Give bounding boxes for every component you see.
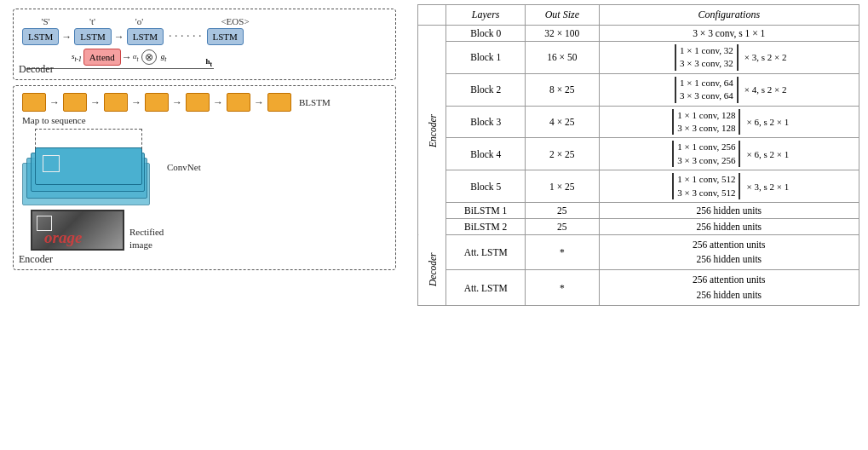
ht-row: ht (26, 68, 387, 69)
g-label-group: gt (161, 52, 167, 63)
ar4: → (172, 96, 182, 109)
h-label: ht (205, 57, 212, 68)
layer-bilstm1: BiLSTM 1 (446, 202, 526, 218)
config-att2-line2: 256 hidden units (605, 288, 854, 303)
blstm-r1 (22, 93, 46, 112)
ar2: → (90, 96, 101, 109)
decoder-section-label: Decoder (418, 234, 446, 305)
map-seq-label: Map to sequence (22, 115, 387, 125)
table-row: Block 4 2 × 25 1 × 1 conv, 256 3 × 3 con… (418, 138, 859, 170)
config-bilstm1: 256 hidden units (599, 202, 859, 218)
table-row: Block 5 1 × 25 1 × 1 conv, 512 3 × 3 con… (418, 170, 859, 203)
config-line-5a: 1 × 1 conv, 512 (677, 173, 735, 186)
config-att2-line1: 256 attention units (605, 273, 854, 287)
rectified-image-box: orage (31, 210, 124, 251)
blstm-r3 (104, 93, 128, 112)
layer-attlstm2: Att. LSTM (446, 270, 526, 306)
config-block2: 1 × 1 conv, 64 3 × 3 conv, 64 × 4, s 2 ×… (599, 73, 859, 106)
th-layers: Layers (446, 5, 526, 26)
lstm-box-1: LSTM (22, 28, 59, 45)
convnet-area: ConvNet (22, 129, 387, 205)
s-label-group: st-1 (72, 52, 82, 63)
output-s: 'S' (22, 16, 69, 26)
table-row: Att. LSTM * 256 attention units 256 hidd… (418, 270, 859, 306)
table-panel: Layers Out Size Configurations Encoder B… (409, 0, 868, 450)
config-attlstm2: 256 attention units 256 hidden units (599, 270, 859, 306)
config-block3: 1 × 1 conv, 128 3 × 3 conv, 128 × 6, s 2… (599, 106, 859, 138)
config-times-2: × 4, s 2 × 2 (744, 84, 787, 95)
config-att1-line1: 256 attention units (605, 238, 854, 252)
config-attlstm1: 256 attention units 256 hidden units (599, 234, 859, 270)
size-block2: 8 × 25 (526, 73, 599, 106)
lstm-box-3: LSTM (127, 28, 164, 45)
table-row: BiLSTM 2 25 256 hidden units (418, 218, 859, 234)
config-inner-3: 1 × 1 conv, 128 3 × 3 conv, 128 × 6, s 2… (605, 109, 854, 136)
config-line-4a: 1 × 1 conv, 256 (677, 141, 735, 153)
arrow-attend: → (122, 51, 132, 64)
config-bracket-1: 1 × 1 conv, 32 3 × 3 conv, 32 (675, 44, 739, 71)
layer-bilstm2: BiLSTM 2 (446, 218, 526, 234)
output-o: 'o' (116, 16, 163, 26)
s-label: st-1 (72, 52, 82, 63)
config-line-5b: 3 × 3 conv, 512 (677, 187, 735, 199)
output-t: 't' (69, 16, 116, 26)
attend-box: Attend (83, 49, 121, 66)
blstm-r5 (186, 93, 210, 112)
table-header-row: Layers Out Size Configurations (418, 5, 859, 26)
blstm-r4 (145, 93, 169, 112)
blstm-r2 (63, 93, 87, 112)
config-line-4b: 3 × 3 conv, 256 (677, 154, 735, 167)
config-line-2b: 3 × 3 conv, 64 (680, 89, 733, 102)
lstm-box-2: LSTM (74, 28, 111, 45)
layer-attlstm1: Att. LSTM (446, 234, 526, 270)
size-block5: 1 × 25 (526, 170, 599, 203)
g-label: gt (161, 52, 167, 63)
table-row: Decoder Att. LSTM * 256 attention units … (418, 234, 859, 270)
table-row: Block 2 8 × 25 1 × 1 conv, 64 3 × 3 conv… (418, 73, 859, 106)
table-row: Block 1 16 × 50 1 × 1 conv, 32 3 × 3 con… (418, 42, 859, 74)
diagram-panel: 'S' 't' 'o' <EOS> LSTM → LSTM → LSTM · ·… (0, 0, 409, 450)
config-block0: 3 × 3 conv, s 1 × 1 (599, 26, 859, 42)
decoder-box: 'S' 't' 'o' <EOS> LSTM → LSTM → LSTM · ·… (13, 9, 396, 80)
layer-block2: Block 2 (446, 73, 526, 106)
lstm-row: LSTM → LSTM → LSTM · · · · · · LSTM (22, 28, 387, 45)
config-inner-5: 1 × 1 conv, 512 3 × 3 conv, 512 × 3, s 2… (605, 173, 854, 199)
config-line-3b: 3 × 3 conv, 128 (677, 122, 735, 135)
size-block3: 4 × 25 (526, 106, 599, 138)
config-line-1a: 1 × 1 conv, 32 (680, 44, 733, 57)
size-attlstm2: * (526, 270, 599, 306)
config-att2: 256 attention units 256 hidden units (605, 273, 854, 303)
encoder-outer-box: → → → → → → BLSTM Map to sequence (13, 85, 396, 270)
size-block1: 16 × 50 (526, 42, 599, 74)
depth-line-l (35, 129, 36, 149)
config-bilstm2: 256 hidden units (599, 218, 859, 234)
blstm-row: → → → → → → BLSTM (22, 93, 387, 112)
table-row: Encoder Block 0 32 × 100 3 × 3 conv, s 1… (418, 26, 859, 42)
ar6: → (254, 96, 264, 109)
size-bilstm1: 25 (526, 202, 599, 218)
config-block4: 1 × 1 conv, 256 3 × 3 conv, 256 × 6, s 2… (599, 138, 859, 170)
layer-block5: Block 5 (446, 170, 526, 203)
config-bracket-2: 1 × 1 conv, 64 3 × 3 conv, 64 (675, 77, 739, 103)
conv-layer-1 (35, 147, 142, 185)
config-times-1: × 3, s 2 × 2 (744, 52, 787, 62)
arrow-1: → (61, 31, 72, 43)
blstm-r7 (267, 93, 291, 112)
h-line: ht (26, 68, 214, 69)
encoder-label: Encoder (19, 253, 53, 266)
size-block4: 2 × 25 (526, 138, 599, 170)
image-text: orage (44, 228, 82, 247)
conv-indicator (43, 155, 60, 172)
table-row: Block 3 4 × 25 1 × 1 conv, 128 3 × 3 con… (418, 106, 859, 138)
config-att1: 256 attention units 256 hidden units (605, 238, 854, 268)
blstm-label: BLSTM (299, 97, 331, 107)
config-inner-4: 1 × 1 conv, 256 3 × 3 conv, 256 × 6, s 2… (605, 141, 854, 167)
th-config: Configurations (599, 5, 859, 26)
config-times-4: × 6, s 2 × 1 (746, 149, 789, 159)
th-outsize: Out Size (526, 5, 599, 26)
depth-line-r (141, 129, 142, 149)
config-line-2a: 1 × 1 conv, 64 (680, 77, 733, 89)
ar5: → (213, 96, 223, 109)
decoder-label: Decoder (19, 63, 54, 76)
alpha-label: αt (133, 52, 139, 63)
